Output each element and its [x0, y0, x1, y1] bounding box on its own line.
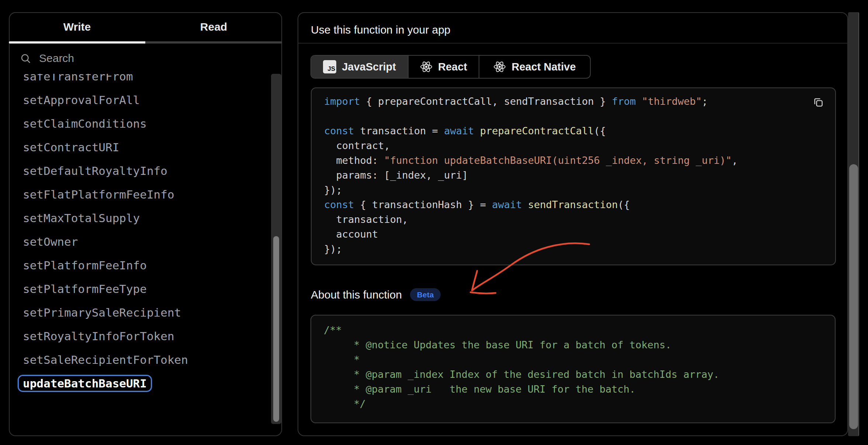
- function-list-item[interactable]: setMaxTotalSupply: [10, 206, 268, 230]
- tab-label: React Native: [511, 61, 576, 73]
- function-name: setClaimConditions: [23, 117, 147, 130]
- search-placeholder: Search: [39, 52, 74, 65]
- panel-divider: [298, 43, 848, 44]
- code-snippet-block: import { prepareContractCall, sendTransa…: [311, 87, 836, 265]
- function-list-item[interactable]: setApprovalForAll: [10, 88, 268, 112]
- tab-label: JavaScript: [342, 61, 396, 73]
- function-list-item[interactable]: setPlatformFeeInfo: [10, 253, 268, 277]
- react-icon: [493, 61, 506, 73]
- function-list-scrollbar-thumb[interactable]: [273, 236, 279, 422]
- code-line: contract,: [324, 138, 813, 153]
- function-list-item[interactable]: safeTransferFrom: [10, 74, 268, 88]
- tab-read-label: Read: [200, 21, 227, 33]
- function-list: safeTransferFromsetApprovalForAllsetClai…: [10, 74, 268, 395]
- function-name: setPlatformFeeType: [23, 282, 147, 296]
- code-line: });: [324, 183, 813, 197]
- tab-javascript[interactable]: JSJavaScript: [311, 56, 409, 78]
- function-list-item[interactable]: setPrimarySaleRecipient: [10, 301, 268, 324]
- function-list-item[interactable]: setOwner: [10, 230, 268, 253]
- doc-comment-line: *: [324, 352, 820, 367]
- code-line: account: [324, 227, 813, 242]
- code-line: import { prepareContractCall, sendTransa…: [324, 94, 813, 109]
- function-list-item[interactable]: setDefaultRoyaltyInfo: [10, 159, 268, 183]
- function-list-item[interactable]: setRoyaltyInfoForToken: [10, 324, 268, 348]
- doc-comment-line: /**: [324, 323, 820, 338]
- code-line: method: "function updateBatchBaseURI(uin…: [324, 153, 813, 168]
- code-line: transaction,: [324, 212, 813, 227]
- code-line: const { transactionHash } = await sendTr…: [324, 197, 813, 212]
- code-line: [324, 109, 813, 124]
- code-line: const transaction = await prepareContrac…: [324, 124, 813, 138]
- react-icon: [420, 61, 433, 73]
- doc-comment-line: * @notice Updates the base URI for a bat…: [324, 338, 820, 352]
- doc-content: /** * @notice Updates the base URI for a…: [324, 323, 820, 411]
- function-name: safeTransferFrom: [23, 74, 133, 83]
- copy-icon: [813, 97, 824, 108]
- function-name: updateBatchBaseURI: [18, 375, 152, 392]
- function-name: setRoyaltyInfoForToken: [23, 330, 174, 343]
- function-name: setFlatPlatformFeeInfo: [23, 188, 174, 201]
- tab-label: React: [438, 61, 467, 73]
- panel-title: Use this function in your app: [311, 24, 451, 36]
- function-name: setPrimarySaleRecipient: [23, 306, 181, 319]
- js-icon: JS: [323, 60, 336, 73]
- search-icon: [20, 53, 31, 64]
- beta-badge: Beta: [410, 288, 441, 301]
- tab-write-label: Write: [63, 21, 91, 33]
- page-scrollbar-thumb[interactable]: [849, 164, 858, 429]
- function-list-item[interactable]: setSaleRecipientForToken: [10, 348, 268, 372]
- tab-read[interactable]: Read: [145, 12, 282, 42]
- language-tabs: JSJavaScriptReactReact Native: [310, 55, 591, 79]
- function-name: setDefaultRoyaltyInfo: [23, 164, 167, 177]
- function-name: setApprovalForAll: [23, 93, 140, 107]
- about-title: About this function: [311, 289, 402, 301]
- function-list-item-selected[interactable]: updateBatchBaseURI: [10, 372, 268, 395]
- function-name: setPlatformFeeInfo: [23, 259, 147, 272]
- function-name: setSaleRecipientForToken: [23, 353, 188, 366]
- doc-comment-line: * @param _uri the new base URI for the b…: [324, 382, 820, 397]
- function-name: setOwner: [23, 235, 78, 248]
- function-list-item[interactable]: setFlatPlatformFeeInfo: [10, 183, 268, 206]
- function-list-viewport: safeTransferFromsetApprovalForAllsetClai…: [10, 74, 268, 424]
- doc-comment-line: * @param _index Index of the desired bat…: [324, 367, 820, 382]
- function-list-item[interactable]: setClaimConditions: [10, 112, 268, 135]
- tab-react-native[interactable]: React Native: [479, 56, 590, 78]
- code-content: import { prepareContractCall, sendTransa…: [324, 94, 813, 256]
- doc-comment-line: */: [324, 397, 820, 411]
- copy-code-button[interactable]: [810, 94, 827, 111]
- code-line: });: [324, 242, 813, 256]
- search-input[interactable]: Search: [10, 43, 268, 74]
- function-list-item[interactable]: setPlatformFeeType: [10, 277, 268, 301]
- function-list-item[interactable]: setContractURI: [10, 135, 268, 159]
- code-line: params: [_index, _uri]: [324, 168, 813, 183]
- tab-write[interactable]: Write: [9, 12, 145, 42]
- function-name: setMaxTotalSupply: [23, 211, 140, 225]
- function-doc-block: /** * @notice Updates the base URI for a…: [310, 315, 836, 423]
- tab-react[interactable]: React: [409, 56, 479, 78]
- function-name: setContractURI: [23, 141, 119, 154]
- about-section-header: About this function Beta: [311, 288, 441, 301]
